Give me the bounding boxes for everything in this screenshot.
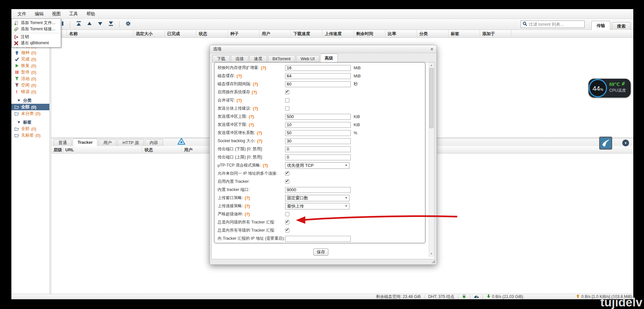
column-header-状态[interactable]: 状态: [196, 30, 228, 37]
help-link[interactable]: (?): [253, 82, 258, 87]
swallow-extension-icon[interactable]: [599, 137, 612, 150]
detail-tab-Tracker[interactable]: Tracker: [73, 139, 97, 146]
menubar-item-2[interactable]: 视图: [48, 9, 65, 19]
dialog-tab-Web UI[interactable]: Web UI: [296, 55, 319, 62]
help-link[interactable]: (?): [245, 204, 250, 208]
setting-input[interactable]: [285, 138, 351, 144]
close-icon[interactable]: ×: [431, 47, 433, 51]
torrent-filter-box[interactable]: [521, 20, 585, 28]
dialog-tab-连接[interactable]: 连接: [231, 55, 248, 62]
save-button[interactable]: 保存: [313, 249, 328, 256]
setting-input[interactable]: [285, 114, 351, 120]
help-link[interactable]: (?): [257, 131, 262, 135]
help-link[interactable]: (?): [249, 114, 254, 119]
setting-checkbox[interactable]: [285, 212, 289, 216]
sidebar-item-未分类[interactable]: 未分类(0): [11, 110, 49, 117]
queue-bottom-button[interactable]: [108, 21, 114, 27]
help-link[interactable]: (?): [245, 196, 250, 200]
setting-input[interactable]: [285, 122, 351, 128]
scroll-down-icon[interactable]: ▼: [429, 251, 434, 256]
column-header-已完成[interactable]: 已完成: [165, 30, 196, 37]
sidebar-item-全部[interactable]: 全部(0): [11, 104, 49, 110]
column-header-种子[interactable]: 种子: [228, 30, 259, 37]
dialog-tab-下载[interactable]: 下载: [212, 55, 230, 62]
menubar-item-0[interactable]: 文件: [13, 9, 31, 19]
column-header-用户[interactable]: 用户: [259, 30, 291, 37]
collapse-panel-button[interactable]: ▼: [622, 140, 629, 146]
sidebar-item-空闲[interactable]: 空闲(0): [11, 82, 49, 88]
setting-input[interactable]: [285, 146, 351, 152]
options-button[interactable]: [125, 21, 131, 27]
setting-checkbox[interactable]: [285, 171, 289, 176]
setting-select[interactable]: 优先使用 TCP▼: [285, 162, 349, 169]
help-link[interactable]: (?): [261, 66, 266, 70]
setting-input[interactable]: [285, 73, 351, 79]
scroll-up-icon[interactable]: ▲: [429, 63, 434, 68]
setting-input[interactable]: [285, 130, 351, 136]
sidebar-item-无标签[interactable]: 无标签(0): [11, 132, 49, 139]
setting-select[interactable]: 固定窗口数▼: [285, 195, 349, 201]
setting-checkbox[interactable]: [285, 90, 289, 94]
tab-transfers[interactable]: 传输: [591, 21, 610, 30]
help-link[interactable]: (?): [263, 163, 268, 168]
column-header-标签[interactable]: 标签: [448, 30, 480, 37]
sidebar-item-错误[interactable]: !错误(0): [11, 88, 49, 95]
column-header-名称[interactable]: 名称: [67, 30, 133, 37]
help-link[interactable]: (?): [257, 139, 262, 143]
sidebar-item-全部[interactable]: 全部(0): [11, 126, 49, 132]
resize-grip[interactable]: [432, 260, 435, 263]
help-link[interactable]: (?): [245, 212, 250, 217]
setting-checkbox[interactable]: [285, 220, 289, 224]
help-link[interactable]: (?): [249, 123, 254, 127]
speed-gauge-icon[interactable]: [474, 294, 479, 299]
menu-add-torrent-link[interactable]: 添加 Torrent 链接...: [12, 26, 61, 32]
sidebar-item-完成[interactable]: 完成(0): [11, 56, 49, 62]
detail-tab-用户[interactable]: 用户: [98, 139, 117, 146]
menu-logout[interactable]: 注销: [12, 34, 61, 40]
menu-add-torrent-file[interactable]: 添加 Torrent 文件...: [12, 20, 61, 26]
tab-search[interactable]: 搜索: [612, 22, 631, 30]
column-header-添加于[interactable]: 添加于: [480, 30, 511, 37]
column-header-上传速度[interactable]: 上传速度: [322, 30, 354, 37]
setting-checkbox[interactable]: [285, 98, 289, 102]
detail-tab-普通[interactable]: 普通: [54, 139, 72, 146]
connection-plug-icon[interactable]: [462, 294, 466, 300]
setting-checkbox[interactable]: [285, 106, 289, 111]
sidebar-item-恢复[interactable]: 恢复(0): [11, 62, 49, 69]
menubar-item-3[interactable]: 工具: [65, 9, 82, 19]
dialog-tab-BitTorrent[interactable]: BitTorrent: [268, 55, 295, 62]
column-header-剩余时间[interactable]: 剩余时间: [354, 30, 385, 37]
scrollbar-thumb[interactable]: [429, 68, 434, 128]
help-link[interactable]: (?): [253, 106, 258, 111]
setting-input[interactable]: [285, 65, 351, 71]
dialog-scrollbar[interactable]: ▲ ▼: [429, 62, 434, 257]
column-header-分类[interactable]: 分类: [417, 30, 448, 37]
column-header-下载速度[interactable]: 下载速度: [291, 30, 322, 37]
menubar-item-4[interactable]: 帮助: [82, 9, 99, 19]
sidebar-item-做种[interactable]: 做种(0): [11, 49, 49, 56]
dialog-tab-速度[interactable]: 速度: [249, 55, 267, 62]
dialog-tab-高级[interactable]: 高级: [320, 54, 338, 62]
setting-select[interactable]: 最快上传▼: [285, 203, 349, 209]
detail-tab-内容[interactable]: 内容: [145, 139, 163, 146]
column-header-比率[interactable]: 比率: [385, 30, 417, 37]
setting-input[interactable]: [285, 187, 351, 193]
tracker-column-状态[interactable]: 状态: [142, 146, 182, 153]
sidebar-item-活动[interactable]: 活动(0): [11, 75, 49, 82]
setting-checkbox[interactable]: [285, 228, 289, 233]
tracker-column-层级[interactable]: 层级: [51, 146, 63, 153]
sidebar-item-暂停[interactable]: 暂停(0): [11, 69, 49, 75]
setting-checkbox[interactable]: [285, 180, 289, 184]
setting-input[interactable]: [285, 236, 351, 242]
tracker-column-URL[interactable]: URL: [63, 146, 142, 153]
queue-up-button[interactable]: [86, 21, 92, 27]
torrent-filter-input[interactable]: [529, 22, 583, 27]
dialog-titlebar[interactable]: 选项 ×: [210, 45, 436, 53]
queue-down-button[interactable]: [97, 21, 103, 27]
help-link[interactable]: (?): [236, 74, 242, 78]
help-link[interactable]: (?): [252, 90, 257, 95]
menu-quit[interactable]: 退出 qBittorrent: [12, 40, 61, 46]
help-link[interactable]: (?): [236, 98, 242, 103]
setting-input[interactable]: [285, 81, 351, 87]
column-header-选定大小[interactable]: 选定大小: [133, 30, 165, 37]
